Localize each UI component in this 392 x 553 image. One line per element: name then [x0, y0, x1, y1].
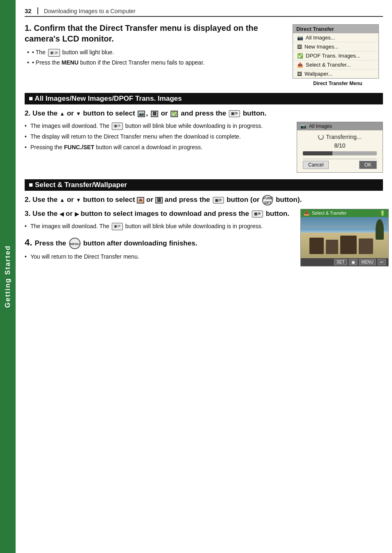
tb-progress-bar	[303, 151, 332, 155]
tb-body: Transferring... 8/10 Cancel OK	[297, 130, 383, 172]
arrow-right-icon: ▶	[75, 211, 79, 218]
step3-number: 3.	[25, 210, 32, 217]
step3-section: 3. Use the ◀ or ▶ button to select image…	[25, 209, 383, 266]
arrow-down-2: ▼	[76, 197, 81, 204]
step2a-content: The images will download. The ▣⟳ button …	[25, 122, 383, 173]
dt-menu-caption: Direct Transfer Menu	[293, 81, 383, 86]
step2a-bullet-3: Pressing the FUNC./SET button will cance…	[25, 143, 290, 152]
wallpaper-icon: 🖼	[155, 197, 163, 204]
step1-section: 1. Confirm that the Direct Transfer menu…	[25, 23, 383, 86]
chair-3	[340, 236, 357, 254]
spinner-icon	[318, 134, 324, 140]
tb-buttons: Cancel OK	[303, 159, 377, 169]
dt-button-icon-2: ▣⟳	[229, 110, 240, 117]
step3-bullets: The images will download. The ▣⟳ button …	[25, 222, 295, 231]
func-set-button: FUNCSET	[262, 195, 273, 206]
dt-item-icon-4: 📤	[297, 62, 303, 68]
tb-icon: 📷	[300, 123, 307, 129]
dt-menu-title: Direct Transfer	[293, 25, 378, 33]
dt-btn-inline-6: ▣⟳	[112, 223, 123, 230]
arrow-up-icon: ▲	[60, 110, 65, 118]
dt-button-icon-1: ▣⟳	[47, 49, 61, 56]
dt-menu-item-1: 📷 All Images...	[293, 33, 378, 42]
step2a-bullet-2: The display will return to the Direct Tr…	[25, 132, 290, 141]
tb-counter: 8/10	[303, 142, 377, 149]
cancel-button[interactable]: Cancel	[303, 161, 329, 169]
dt-item-icon-5: 🖼	[297, 71, 302, 77]
step2a-title: 2. Use the ▲ or ▼ button to select 📷, 🖼 …	[25, 109, 383, 118]
step1-bullet-1: • The ▣⟳ button will light blue.	[27, 48, 285, 57]
step3-bullet-1: The images will download. The ▣⟳ button …	[25, 222, 295, 231]
dt-menu-item-5: 🖼 Wallpaper...	[293, 69, 378, 78]
page-number: 32	[25, 7, 38, 14]
ok-button[interactable]: OK	[359, 161, 377, 169]
or-text-3: or	[67, 196, 76, 204]
step2b-title: 2. Use the ▲ or ▼ button to select 📤 or …	[25, 195, 383, 206]
step1-number: 1.	[25, 23, 34, 32]
dt-item-icon-1: 📷	[297, 35, 303, 41]
page-header: 32 Downloading Images to a Computer	[25, 7, 383, 17]
st-battery: 🔋	[380, 211, 385, 216]
new-images-icon: 🖼	[151, 111, 158, 117]
section2-header: ■ Select & Transfer/Wallpaper	[25, 179, 383, 191]
step1-bullets: • The ▣⟳ button will light blue. • Press…	[27, 48, 285, 67]
chair-4	[359, 238, 373, 254]
select-icon: 📤	[137, 197, 144, 204]
dt-btn-inline-4: ▣⟳	[213, 197, 224, 204]
all-images-icon: 📷	[138, 111, 145, 117]
dt-item-icon-3: ✅	[297, 53, 303, 59]
select-transfer-image-area: 📤 Select & Transfer 🔋	[295, 209, 383, 266]
step2a-number: 2.	[25, 109, 32, 117]
menu-footer-button[interactable]: MENU	[359, 259, 376, 265]
arrow-up-2: ▲	[60, 197, 65, 204]
transferring-text: Transferring...	[326, 134, 362, 140]
st-header: 📤 Select & Transfer 🔋	[301, 209, 388, 217]
transferring-box: 📷 All Images Transferring... 8/10 Cancel…	[297, 122, 383, 173]
sidebar-label: Getting Started	[4, 245, 12, 308]
step1-title: 1. Confirm that the Direct Transfer menu…	[25, 23, 285, 44]
page-title: Downloading Images to a Computer	[44, 8, 136, 14]
step4-number: 4.	[25, 237, 35, 248]
st-icon: 📤	[304, 211, 309, 216]
chair-2	[326, 240, 338, 254]
st-title: Select & Transfer	[312, 211, 346, 215]
dt-btn-inline-5: ▣⟳	[252, 211, 263, 217]
dt-menu-item-3: ✅ DPOF Trans. Images...	[293, 51, 378, 60]
sidebar: Getting Started	[0, 0, 16, 553]
dt-menu-item-2: 🖼 New Images...	[293, 42, 378, 51]
dt-btn-inline-3: ▣⟳	[112, 123, 123, 130]
tree	[376, 219, 384, 240]
menu-button-icon: MENU	[69, 238, 81, 249]
select-transfer-box: 📤 Select & Transfer 🔋	[300, 209, 389, 266]
dt-menu-box: Direct Transfer 📷 All Images... 🖼 New Im…	[293, 24, 379, 79]
dpof-icon-inline: ✅	[171, 111, 178, 117]
back-button[interactable]: ↩	[378, 259, 386, 265]
step3-text: 3. Use the ◀ or ▶ button to select image…	[25, 209, 295, 263]
chairs	[309, 234, 379, 254]
step2b-number: 2.	[25, 196, 32, 204]
step1-image-area: Direct Transfer 📷 All Images... 🖼 New Im…	[293, 24, 383, 86]
or-text-5: or	[66, 210, 75, 217]
step4-title: 4. Press the MENU button after downloadi…	[25, 236, 295, 250]
or-text-4: or	[146, 196, 155, 204]
st-image	[301, 217, 388, 258]
scene-image	[301, 217, 388, 258]
step1-text: 1. Confirm that the Direct Transfer menu…	[25, 23, 285, 69]
dt-item-icon-2: 🖼	[297, 44, 302, 50]
grid-button[interactable]: ▣	[349, 259, 357, 265]
step2a-bullet-1: The images will download. The ▣⟳ button …	[25, 122, 290, 130]
or-text-1: or	[67, 109, 76, 117]
chair-1	[309, 238, 324, 254]
arrow-left-icon: ◀	[60, 211, 64, 218]
step4-bullet-1: You will return to the Direct Transfer m…	[25, 252, 295, 261]
set-button[interactable]: SET	[334, 259, 347, 265]
transferring-status: Transferring...	[303, 134, 377, 140]
arrow-down-icon: ▼	[76, 110, 81, 118]
step4-bullets: You will return to the Direct Transfer m…	[25, 252, 295, 261]
st-footer: SET ▣ MENU ↩	[301, 258, 388, 266]
section1-header: ■ All Images/New Images/DPOF Trans. Imag…	[25, 93, 383, 104]
step1-bullet-2: • Press the MENU button if the Direct Tr…	[27, 58, 285, 67]
step2a-bullets: The images will download. The ▣⟳ button …	[25, 122, 290, 154]
step3-title: 3. Use the ◀ or ▶ button to select image…	[25, 209, 295, 219]
main-content: 32 Downloading Images to a Computer 1. C…	[16, 0, 392, 279]
